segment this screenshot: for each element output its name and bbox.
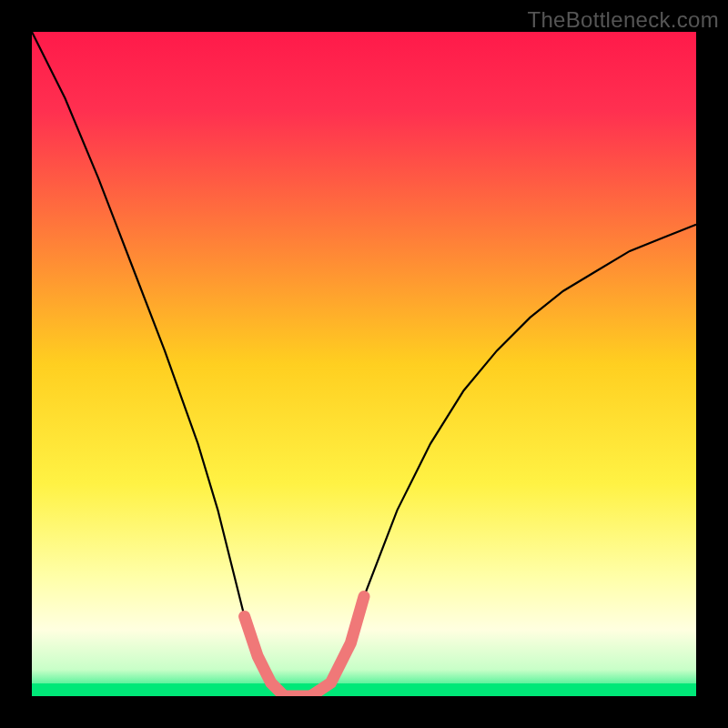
svg-rect-0 [32, 32, 696, 696]
chart-background [32, 32, 696, 696]
chart-plot-area [32, 32, 696, 696]
watermark-text: TheBottleneck.com [527, 7, 719, 33]
